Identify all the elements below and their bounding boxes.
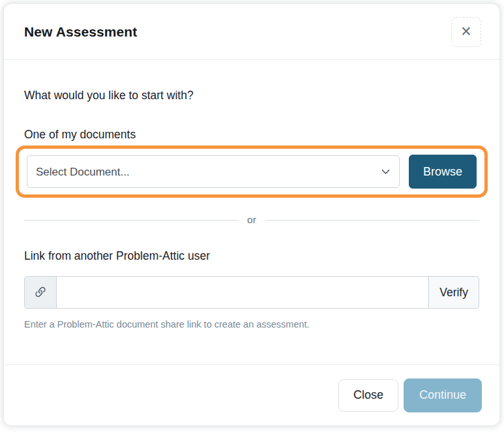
document-select-row: Select Document... Browse [27,155,477,189]
browse-button[interactable]: Browse [409,155,477,189]
document-select[interactable]: Select Document... [27,155,400,188]
document-select-wrap: Select Document... [27,155,400,188]
dialog-body: What would you like to start with? One o… [4,60,499,364]
dialog-footer: Close Continue [4,364,499,425]
close-icon[interactable]: × [451,17,481,47]
document-section-label: One of my documents [24,128,479,142]
link-45deg-icon [24,276,56,309]
share-link-input-group: Verify [24,276,479,309]
new-assessment-dialog: New Assessment × What would you like to … [3,3,500,426]
intro-question: What would you like to start with? [24,89,479,102]
dialog-title: New Assessment [24,24,137,40]
close-button[interactable]: Close [338,379,398,412]
or-divider: or [24,214,479,226]
share-link-help-text: Enter a Problem-Attic document share lin… [24,319,479,330]
close-icon-glyph: × [461,23,471,40]
link-section-label: Link from another Problem-Attic user [24,249,479,263]
highlight-annotation: Select Document... Browse [16,146,488,198]
or-label: or [247,214,256,226]
divider-line-left [24,220,238,221]
continue-button[interactable]: Continue [404,378,482,412]
share-link-input[interactable] [56,276,429,309]
divider-line-right [265,220,479,221]
verify-button[interactable]: Verify [429,276,479,309]
dialog-header: New Assessment × [4,4,499,60]
